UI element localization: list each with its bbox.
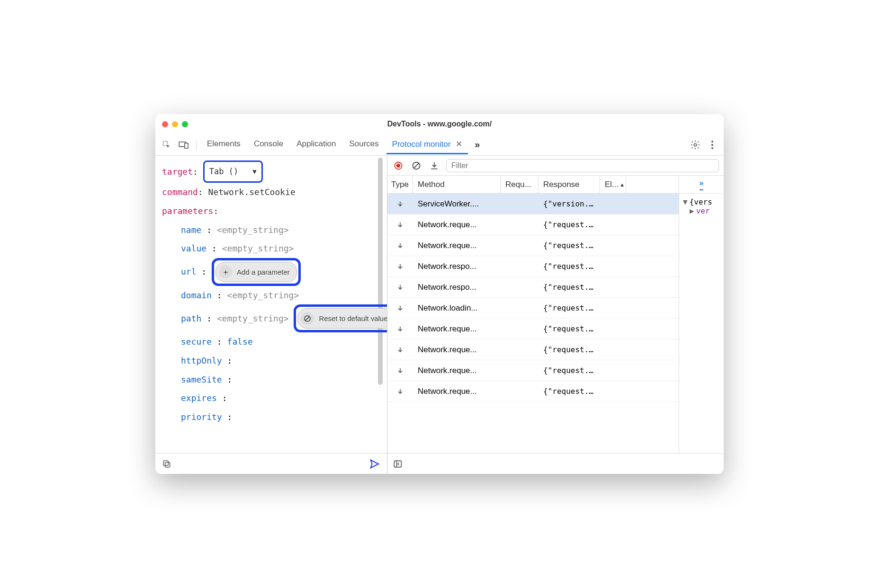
svg-rect-10	[163, 461, 168, 465]
svg-point-6	[711, 147, 713, 149]
table-row[interactable]: Network.reque...{"request...	[387, 381, 679, 402]
window-controls	[162, 121, 188, 127]
table-row[interactable]: Network.respo...{"request...	[387, 256, 679, 277]
plus-icon: ＋	[219, 265, 232, 278]
device-toolbar-icon[interactable]	[176, 137, 191, 152]
cell-response: {"request...	[538, 303, 600, 312]
table-row[interactable]: Network.respo...{"request...	[387, 277, 679, 298]
chevron-down-icon: ▼	[252, 164, 256, 179]
svg-point-4	[711, 141, 713, 143]
arrow-down-icon	[387, 346, 413, 354]
record-icon[interactable]	[392, 160, 404, 172]
cell-method: ServiceWorker....	[413, 199, 501, 209]
tab-protocol-monitor[interactable]: Protocol monitor ✕	[386, 135, 468, 154]
svg-point-12	[396, 163, 400, 167]
command-value[interactable]: Network.setCookie	[208, 183, 296, 202]
gear-icon[interactable]	[688, 137, 703, 152]
tab-sources[interactable]: Sources	[343, 135, 384, 154]
arrow-down-icon	[387, 221, 413, 229]
devtools-window: DevTools - www.google.com/ Elements Cons…	[155, 114, 724, 474]
inspector-tabs: »	[679, 176, 724, 194]
command-row: command: Network.setCookie	[162, 183, 380, 202]
arrow-down-icon	[387, 387, 413, 396]
maximize-window-button[interactable]	[182, 121, 188, 127]
minimize-window-button[interactable]	[172, 121, 178, 127]
param-path[interactable]: path : <empty_string> Reset to default v…	[162, 304, 380, 332]
target-select[interactable]: Tab () ▼	[203, 160, 263, 183]
param-priority[interactable]: priority :	[162, 408, 380, 427]
kebab-menu-icon[interactable]	[705, 137, 720, 152]
svg-line-14	[414, 163, 419, 168]
command-editor: target: Tab () ▼ command: Network.setCoo…	[155, 156, 387, 453]
param-value[interactable]: value : <empty_string>	[162, 239, 380, 258]
table-row[interactable]: Network.reque...{"request...	[387, 319, 679, 339]
download-icon[interactable]	[428, 160, 440, 172]
table-row[interactable]: Network.loadin...{"request...	[387, 298, 679, 319]
editor-footer	[155, 453, 387, 474]
tab-application[interactable]: Application	[291, 135, 341, 154]
close-icon[interactable]: ✕	[456, 140, 462, 149]
add-parameter-callout: ＋ Add a parameter	[212, 258, 301, 286]
copy-icon[interactable]	[162, 459, 171, 469]
cell-response: {"request...	[538, 345, 600, 354]
more-tabs-icon[interactable]: »	[470, 139, 484, 150]
clear-icon	[301, 312, 314, 325]
inspect-element-icon[interactable]	[159, 137, 174, 152]
table-row[interactable]: Network.reque...{"request...	[387, 235, 679, 256]
inspector-tree[interactable]: ▼{vers ▶ver	[679, 194, 724, 219]
param-httponly[interactable]: httpOnly :	[162, 351, 380, 370]
divider	[196, 140, 197, 150]
arrow-down-icon	[387, 304, 413, 312]
cell-method: Network.reque...	[413, 345, 501, 355]
target-label: target	[162, 162, 193, 181]
param-expires[interactable]: expires :	[162, 389, 380, 408]
table-row[interactable]: Network.reque...{"request...	[387, 360, 679, 381]
svg-point-5	[711, 144, 713, 146]
parameters-label: parameters	[162, 202, 213, 221]
tab-console[interactable]: Console	[248, 135, 289, 154]
content-area: target: Tab () ▼ command: Network.setCoo…	[155, 156, 724, 474]
target-select-value: Tab ()	[209, 163, 238, 180]
col-request[interactable]: Requ...	[501, 176, 538, 193]
cell-method: Network.reque...	[413, 324, 501, 334]
reset-default-callout: Reset to default value	[294, 304, 387, 332]
col-type[interactable]: Type	[387, 176, 413, 193]
param-domain[interactable]: domain : <empty_string>	[162, 286, 380, 305]
table-row[interactable]: ServiceWorker....{"version...	[387, 194, 679, 214]
send-icon[interactable]	[369, 459, 380, 469]
param-samesite[interactable]: sameSite :	[162, 370, 380, 389]
cell-method: Network.reque...	[413, 220, 501, 230]
add-parameter-button[interactable]: ＋ Add a parameter	[215, 262, 297, 282]
window-title: DevTools - www.google.com/	[155, 120, 724, 128]
cell-response: {"request...	[538, 283, 600, 292]
cell-method: Network.respo...	[413, 283, 501, 292]
svg-rect-9	[165, 462, 170, 467]
table-body: ServiceWorker....{"version...Network.req…	[387, 194, 679, 402]
cell-response: {"request...	[538, 262, 600, 271]
arrow-down-icon	[387, 283, 413, 292]
arrow-down-icon	[387, 262, 413, 271]
table-row[interactable]: Network.reque...{"request...	[387, 339, 679, 360]
vertical-scrollbar[interactable]	[378, 158, 383, 385]
close-window-button[interactable]	[162, 121, 168, 127]
cell-response: {"request...	[538, 366, 600, 375]
dock-left-icon[interactable]	[393, 459, 403, 469]
filter-input[interactable]	[446, 159, 719, 172]
tab-elements[interactable]: Elements	[201, 135, 246, 154]
response-inspector: » ▼{vers ▶ver	[679, 176, 724, 453]
param-secure[interactable]: secure : false	[162, 332, 380, 351]
param-url[interactable]: url : ＋ Add a parameter	[162, 258, 380, 286]
table-row[interactable]: Network.reque...{"request...	[387, 214, 679, 235]
col-elapsed[interactable]: El...▲	[600, 176, 626, 193]
col-response[interactable]: Response	[538, 176, 600, 193]
col-method[interactable]: Method	[413, 176, 501, 193]
arrow-down-icon	[387, 325, 413, 333]
parameters-row: parameters:	[162, 202, 380, 221]
cell-response: {"request...	[538, 241, 600, 250]
param-name[interactable]: name : <empty_string>	[162, 221, 380, 240]
more-tabs-icon[interactable]: »	[700, 179, 704, 190]
clear-log-icon[interactable]	[410, 160, 422, 172]
reset-default-button[interactable]: Reset to default value	[297, 308, 387, 329]
log-table-area: Type Method Requ... Response El...▲ Serv…	[387, 176, 724, 453]
sort-indicator-icon: ▲	[619, 182, 625, 187]
